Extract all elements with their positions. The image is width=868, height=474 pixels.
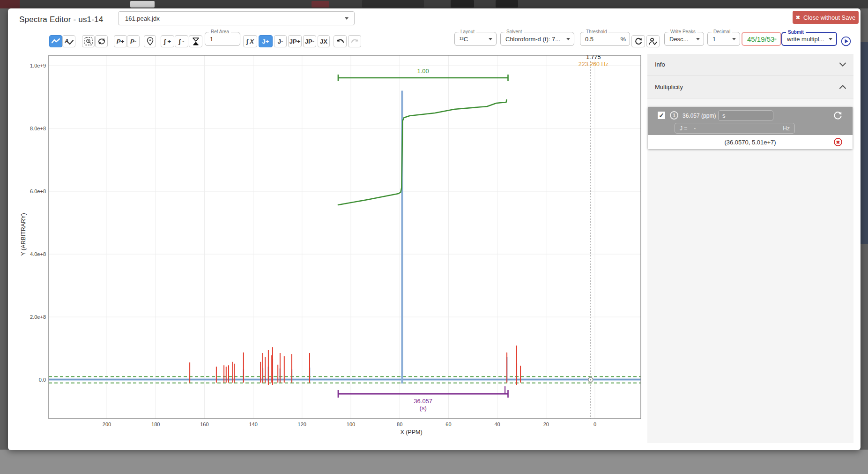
submit-value: write multipl...: [787, 36, 824, 43]
svg-text:A: A: [64, 38, 69, 45]
svg-text:Y (ARBITRARY): Y (ARBITRARY): [20, 213, 27, 256]
integral-x-button[interactable]: ∫ X: [243, 35, 257, 47]
multiplet-checkbox[interactable]: ✓: [657, 111, 666, 120]
backdrop-fragment: [861, 42, 868, 244]
close-without-save-button[interactable]: ✖ Close without Save: [793, 11, 859, 24]
file-select[interactable]: 161.peak.jdx: [118, 11, 355, 25]
multiplet-add-label: J+: [262, 38, 269, 45]
backdrop-fragment: [312, 1, 329, 8]
chevron-up-icon: [839, 85, 846, 89]
svg-text:200: 200: [103, 421, 111, 427]
integral-remove-label: ∫ -: [179, 38, 185, 45]
spectrum-line-tool-button[interactable]: [49, 35, 62, 47]
multiplet-peak-add-button[interactable]: JP+: [288, 35, 302, 47]
svg-text:4.0e+8: 4.0e+8: [30, 251, 46, 257]
multiplet-peak-remove-label: JP-: [305, 38, 314, 45]
play-circle-icon: [841, 36, 851, 46]
svg-text:36.057: 36.057: [414, 398, 432, 405]
run-submit-button[interactable]: [839, 35, 853, 47]
file-select-value: 161.peak.jdx: [125, 15, 160, 22]
ref-area-input[interactable]: [210, 36, 236, 43]
multiplet-remove-label: J-: [278, 38, 283, 45]
auto-ranges-tool-button[interactable]: A: [62, 35, 75, 47]
close-icon: ✖: [796, 15, 800, 21]
layout-value: ¹³C: [460, 36, 468, 43]
submit-label: Submit: [786, 30, 806, 35]
close-button-label: Close without Save: [803, 14, 855, 21]
recalculate-button[interactable]: [631, 35, 645, 47]
svg-text:1.0e+9: 1.0e+9: [30, 63, 46, 68]
j-unit: Hz: [783, 125, 790, 132]
write-peaks-select[interactable]: Write Peaks Desc...: [664, 32, 704, 46]
svg-text:X (PPM): X (PPM): [400, 429, 422, 436]
redo-button[interactable]: [348, 35, 361, 47]
layout-label: Layout: [459, 29, 476, 34]
svg-text:20: 20: [543, 421, 549, 427]
backdrop-bottom: [0, 450, 868, 474]
user-check-icon: [649, 38, 657, 45]
refresh-icon[interactable]: [833, 111, 842, 120]
j-label: J =: [680, 125, 687, 132]
multiplicity-input[interactable]: [718, 110, 773, 121]
svg-text:1.00: 1.00: [417, 68, 429, 75]
undo-icon: [336, 38, 344, 45]
spectrum-chart[interactable]: 1.0036.057(s)1.775223.260 Hz200180160140…: [19, 47, 651, 443]
layout-select[interactable]: Layout ¹³C: [454, 32, 497, 46]
threshold-input[interactable]: [585, 36, 608, 43]
multiplet-peak-remove-button[interactable]: JP-: [303, 35, 316, 47]
backdrop-fragment: [496, 0, 518, 8]
chevron-down-icon: [732, 38, 736, 40]
multiplet-coords-row: (36.0570, 5.01e+7) ✖: [648, 135, 853, 149]
assign-peaks-button[interactable]: [646, 35, 660, 47]
chevron-down-icon: [696, 38, 700, 40]
svg-text:160: 160: [200, 421, 208, 427]
submit-select[interactable]: Submit write multipl...: [781, 32, 837, 46]
peak-add-button[interactable]: P+: [114, 35, 127, 47]
page-title: Spectra Editor - us1-14: [19, 15, 103, 24]
chevron-down-icon: [829, 38, 832, 40]
backdrop-fragment: [451, 0, 474, 8]
decimal-select[interactable]: Decimal 1: [707, 32, 740, 46]
ref-area-field[interactable]: Ref Area: [205, 32, 240, 46]
svg-text:2.0e+8: 2.0e+8: [30, 314, 46, 320]
zoom-in-tool-button[interactable]: [82, 35, 95, 47]
svg-text:0.0: 0.0: [39, 377, 46, 383]
peak-remove-button[interactable]: P-: [127, 35, 140, 47]
integral-x-label: ∫ X: [246, 38, 254, 45]
delete-multiplet-icon[interactable]: ✖: [834, 138, 842, 146]
threshold-field[interactable]: Threshold %: [580, 32, 630, 46]
svg-text:1.775: 1.775: [586, 54, 601, 60]
svg-text:180: 180: [151, 421, 160, 427]
peak-counts-value: 45/19/53: [747, 35, 774, 43]
multiplet-coordinates: (36.0570, 5.01e+7): [648, 139, 853, 146]
peak-counts-indicator[interactable]: 45/19/53: [742, 32, 781, 46]
auto-integrate-button[interactable]: [189, 35, 202, 47]
reset-zoom-icon: [97, 38, 106, 45]
threshold-label: Threshold: [584, 29, 608, 34]
j-coupling-field[interactable]: J = - Hz: [675, 123, 795, 134]
svg-text:8.0e+8: 8.0e+8: [30, 126, 46, 131]
multiplicity-section-header[interactable]: Multiplicity: [647, 75, 853, 98]
solvent-select[interactable]: Solvent Chloroform-d (t): 7...: [500, 32, 574, 46]
undo-button[interactable]: [334, 35, 347, 47]
multiplet-add-button[interactable]: J+: [259, 35, 273, 47]
peak-pick-button[interactable]: [144, 35, 156, 47]
svg-text:40: 40: [494, 421, 500, 427]
spectra-editor-modal: Spectra Editor - us1-14 161.peak.jdx ✖ C…: [8, 8, 861, 450]
chevron-down-icon: [345, 17, 349, 20]
target-icon: [774, 35, 777, 43]
integral-add-label: ∫ +: [164, 38, 171, 45]
integral-add-button[interactable]: ∫ +: [161, 35, 174, 47]
multiplet-remove-button[interactable]: J-: [274, 35, 287, 47]
threshold-unit: %: [620, 36, 626, 43]
multiplet-row[interactable]: ✓ 1 36.057 (ppm) J = - Hz: [648, 107, 853, 135]
ref-area-label: Ref Area: [209, 29, 231, 34]
integral-remove-button[interactable]: ∫ -: [175, 35, 188, 47]
background-page-topbar: [0, 0, 868, 8]
info-section-header[interactable]: Info: [647, 54, 853, 75]
chevron-down-icon: [566, 38, 570, 40]
zoom-in-icon: [84, 37, 93, 45]
screen: { "window": { "title": "Spectra Editor -…: [0, 0, 868, 474]
multiplet-x-button[interactable]: JX: [318, 35, 330, 47]
zoom-reset-button[interactable]: [95, 35, 108, 47]
